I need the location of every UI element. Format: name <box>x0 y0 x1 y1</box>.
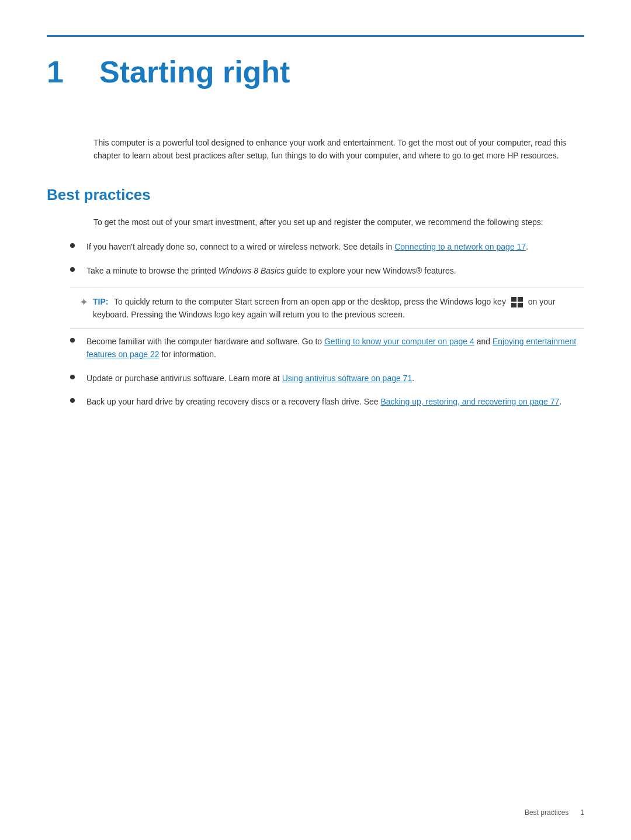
list-item: Back up your hard drive by creating reco… <box>70 395 584 408</box>
bullet-dot <box>70 398 75 403</box>
footer-section-label: Best practices <box>525 808 568 817</box>
bullet-text-5: Back up your hard drive by creating reco… <box>86 395 584 408</box>
page: 1 Starting right This computer is a powe… <box>0 0 631 840</box>
bullet-text-2: Take a minute to browse the printed Wind… <box>86 264 584 277</box>
tip-label: TIP: <box>93 297 108 306</box>
section-intro: To get the most out of your smart invest… <box>93 216 584 229</box>
list-item: If you haven't already done so, connect … <box>70 240 584 253</box>
tip-sun-icon: ✦ <box>79 294 88 311</box>
bullet-text-4: Update or purchase antivirus software. L… <box>86 372 584 385</box>
intro-text: This computer is a powerful tool designe… <box>93 136 584 163</box>
bullet5-before: Back up your hard drive by creating reco… <box>86 397 380 406</box>
bullet1-after: . <box>526 242 528 251</box>
bullet3-middle: and <box>474 337 493 346</box>
svg-rect-0 <box>511 297 516 302</box>
svg-rect-1 <box>518 297 523 302</box>
bullet2-before: Take a minute to browse the printed <box>86 266 219 275</box>
bullet-dot <box>70 338 75 343</box>
link-getting-to-know[interactable]: Getting to know your computer on page 4 <box>324 337 474 346</box>
bullet-text-3: Become familiar with the computer hardwa… <box>86 335 584 361</box>
chapter-header: 1 Starting right <box>47 54 584 89</box>
svg-rect-2 <box>511 303 516 307</box>
footer-page-number: 1 <box>580 808 584 817</box>
bullet4-after: . <box>412 374 414 383</box>
top-border <box>47 35 584 37</box>
tip-content: TIP: To quickly return to the computer S… <box>93 295 575 322</box>
list-item: Take a minute to browse the printed Wind… <box>70 264 584 277</box>
windows-key-icon <box>511 296 523 308</box>
bullet-list-1: If you haven't already done so, connect … <box>70 240 584 277</box>
bullet2-after: guide to explore your new Windows® featu… <box>285 266 456 275</box>
bullet4-before: Update or purchase antivirus software. L… <box>86 374 282 383</box>
bullet-dot <box>70 267 75 272</box>
bullet2-italic: Windows 8 Basics <box>219 266 285 275</box>
link-backing-up[interactable]: Backing up, restoring, and recovering on… <box>380 397 559 406</box>
link-connecting-network[interactable]: Connecting to a network on page 17 <box>394 242 526 251</box>
footer: Best practices 1 <box>525 808 584 817</box>
list-item: Become familiar with the computer hardwa… <box>70 335 584 361</box>
bullet-dot <box>70 375 75 379</box>
bullet-text-1: If you haven't already done so, connect … <box>86 240 584 253</box>
chapter-title: Starting right <box>99 54 290 89</box>
link-antivirus[interactable]: Using antivirus software on page 71 <box>282 374 412 383</box>
svg-rect-3 <box>518 303 523 307</box>
bullet-list-2: Become familiar with the computer hardwa… <box>70 335 584 409</box>
section-title: Best practices <box>47 186 584 204</box>
bullet3-before: Become familiar with the computer hardwa… <box>86 337 324 346</box>
tip-box: ✦ TIP: To quickly return to the computer… <box>70 288 584 329</box>
bullet3-after: for information. <box>160 350 216 359</box>
chapter-number: 1 <box>47 54 82 89</box>
bullet5-after: . <box>559 397 561 406</box>
tip-text-before: To quickly return to the computer Start … <box>114 297 508 306</box>
bullet-dot <box>70 243 75 248</box>
list-item: Update or purchase antivirus software. L… <box>70 372 584 385</box>
bullet1-before: If you haven't already done so, connect … <box>86 242 394 251</box>
